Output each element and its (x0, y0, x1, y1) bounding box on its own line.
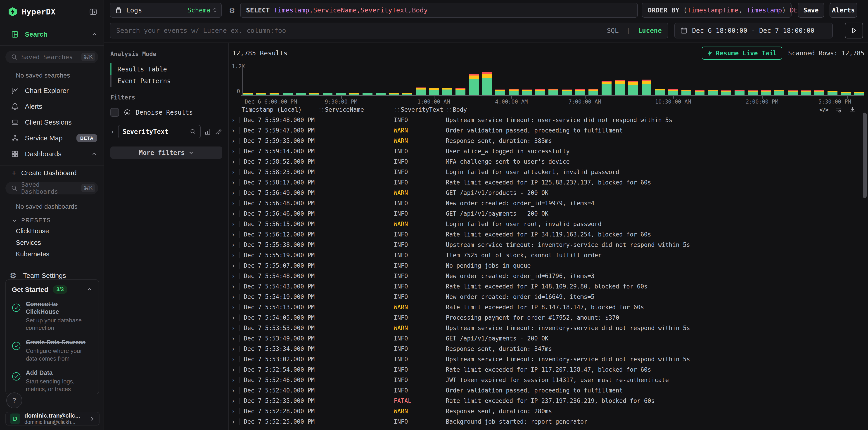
severity-filter-box[interactable]: SeverityText (118, 125, 200, 138)
expand-row-icon[interactable]: › (229, 283, 238, 290)
chevron-up-icon[interactable] (91, 31, 97, 37)
denoise-checkbox[interactable] (111, 108, 119, 117)
expand-row-icon[interactable]: › (229, 345, 238, 353)
expand-row-icon[interactable]: › (229, 356, 238, 363)
table-row[interactable]: ›Dec 7 5:55:19.000 PMINFOItem 7525 out o… (229, 250, 868, 260)
table-row[interactable]: ›Dec 7 5:53:49.000 PMINFOGET /api/v1/pay… (229, 333, 868, 344)
histogram-bar[interactable] (721, 91, 731, 95)
wrap-lines-icon[interactable] (835, 106, 842, 113)
mode-lucene-toggle[interactable]: Lucene (638, 27, 662, 34)
tab-results-table[interactable]: Results Table (111, 63, 222, 75)
expand-row-icon[interactable]: › (229, 241, 238, 249)
expand-row-icon[interactable]: › (229, 272, 238, 280)
table-row[interactable]: ›Dec 7 5:54:05.000 PMINFOProcessing paym… (229, 312, 868, 323)
expand-row-icon[interactable]: › (229, 252, 238, 259)
expand-row-icon[interactable]: › (229, 418, 238, 426)
expand-row-icon[interactable]: › (229, 314, 238, 322)
table-row[interactable]: ›Dec 7 5:53:02.000 PMINFOUpstream servic… (229, 354, 868, 364)
histogram-bar[interactable] (429, 88, 439, 95)
table-row[interactable]: ›Dec 7 5:59:35.000 PMWARNResponse sent, … (229, 136, 868, 146)
expand-row-icon[interactable]: › (229, 137, 238, 145)
column-header-body[interactable]: ⸬Body (447, 106, 868, 113)
table-row[interactable]: ›Dec 7 5:58:52.000 PMINFOMFA challenge s… (229, 157, 868, 167)
drag-handle-icon[interactable]: ⸬ (319, 106, 323, 113)
preset-services[interactable]: Services (0, 237, 103, 249)
preset-kubernetes[interactable]: Kubernetes (0, 249, 103, 260)
download-icon[interactable] (849, 106, 856, 113)
drag-handle-icon[interactable]: ⸬ (447, 106, 451, 113)
table-row[interactable]: ›Dec 7 5:59:14.000 PMINFOUser alice_w lo… (229, 146, 868, 157)
pin-icon[interactable] (215, 128, 222, 135)
histogram-bar[interactable] (549, 89, 558, 95)
sidebar-item-alerts[interactable]: Alerts (0, 99, 103, 114)
saved-searches-input[interactable]: Saved Searches ⌘K (5, 51, 98, 63)
expand-row-icon[interactable]: › (229, 408, 238, 415)
histogram-bar[interactable] (774, 90, 784, 95)
histogram-bar[interactable] (628, 81, 638, 95)
sidebar-item-chart-explorer[interactable]: Chart Explorer (0, 83, 103, 99)
order-by-editor[interactable]: ORDER BY ( TimestampTime , Timestamp ) D… (642, 3, 792, 18)
histogram-bar[interactable] (482, 72, 492, 95)
expand-row-icon[interactable]: › (229, 168, 238, 176)
sidebar-item-dashboards[interactable]: Dashboards (0, 146, 103, 162)
column-header-severitytext[interactable]: ⸬SeverityText (395, 106, 447, 113)
expand-row-icon[interactable]: › (229, 366, 238, 373)
mode-sql-toggle[interactable]: SQL (607, 27, 619, 34)
collapse-sidebar-icon[interactable] (89, 8, 97, 16)
expand-row-icon[interactable]: › (229, 200, 238, 207)
tab-event-patterns[interactable]: Event Patterns (111, 75, 222, 87)
saved-dashboards-input[interactable]: Saved Dashboards ⌘K (5, 182, 98, 194)
sidebar-item-search[interactable]: Search (0, 27, 103, 42)
histogram-bar[interactable] (495, 90, 505, 95)
bar-chart-icon[interactable] (204, 128, 212, 135)
table-row[interactable]: ›Dec 7 5:54:48.000 PMINFONew order creat… (229, 271, 868, 281)
source-select[interactable]: Logs Schema (110, 3, 222, 18)
expand-row-icon[interactable]: › (229, 158, 238, 165)
help-button[interactable]: ? (6, 393, 22, 408)
table-row[interactable]: ›Dec 7 5:56:49.000 PMWARNGET /api/v1/pro… (229, 188, 868, 198)
histogram-bar[interactable] (562, 90, 572, 95)
table-row[interactable]: ›Dec 7 5:52:25.000 PMINFOBackground job … (229, 417, 868, 427)
expand-row-icon[interactable]: › (229, 231, 238, 238)
expand-row-icon[interactable]: › (229, 262, 238, 269)
table-row[interactable]: ›Dec 7 5:53:53.000 PMWARNUpstream servic… (229, 323, 868, 333)
sql-select-editor[interactable]: SELECT Timestamp ,ServiceName,SeverityTe… (240, 3, 638, 18)
table-row[interactable]: ›Dec 7 5:56:46.000 PMINFOGET /api/v1/pay… (229, 208, 868, 219)
histogram-bar[interactable] (801, 91, 811, 95)
table-row[interactable]: ›Dec 7 5:52:35.000 PMFATALRate limit exc… (229, 396, 868, 406)
create-dashboard-button[interactable]: + Create Dashboard (0, 166, 103, 180)
alerts-button[interactable]: Alerts (830, 3, 857, 18)
user-menu[interactable]: D dominic.tran@clic... dominic.tran@clic… (5, 412, 99, 426)
histogram-bar[interactable] (615, 80, 625, 95)
histogram-bar[interactable] (601, 81, 612, 95)
histogram-bar[interactable] (788, 91, 798, 95)
table-row[interactable]: ›Dec 7 5:52:40.000 PMINFOOrder validatio… (229, 385, 868, 396)
event-histogram[interactable]: 1.2K 0 Dec 6 6:00:00 PM9:30:00 PM1:00:00… (232, 63, 866, 104)
histogram-bar[interactable] (735, 90, 745, 95)
run-query-button[interactable] (845, 23, 863, 38)
table-row[interactable]: ›Dec 7 5:54:43.000 PMINFORate limit exce… (229, 281, 868, 292)
table-row[interactable]: ›Dec 7 5:52:46.000 PMINFOJWT token expir… (229, 375, 868, 385)
histogram-bar[interactable] (508, 89, 519, 95)
table-row[interactable]: ›Dec 7 5:59:48.000 PMINFOUpstream servic… (229, 115, 868, 125)
table-row[interactable]: ›Dec 7 5:55:07.000 PMINFONo pending jobs… (229, 260, 868, 271)
histogram-bar[interactable] (828, 91, 837, 95)
histogram-bar[interactable] (575, 89, 585, 95)
get-started-step[interactable]: Connect to ClickHouse Set up your databa… (12, 300, 93, 332)
expand-row-icon[interactable]: › (229, 397, 238, 405)
table-row[interactable]: ›Dec 7 5:58:17.000 PMINFORate limit exce… (229, 177, 868, 188)
chevron-up-icon[interactable] (91, 151, 97, 157)
table-row[interactable]: ›Dec 7 5:53:34.000 PMINFOResponse sent, … (229, 344, 868, 354)
histogram-bar[interactable] (761, 90, 771, 95)
histogram-bar[interactable] (695, 90, 705, 95)
expand-row-icon[interactable]: › (229, 210, 238, 218)
expand-row-icon[interactable]: › (229, 335, 238, 342)
histogram-bar[interactable] (442, 88, 452, 95)
table-row[interactable]: ›Dec 7 5:56:12.000 PMINFORate limit exce… (229, 229, 868, 240)
histogram-bar[interactable] (854, 92, 864, 95)
histogram-bar[interactable] (681, 90, 691, 95)
source-settings-button[interactable]: ⚙ (225, 3, 239, 17)
expand-row-icon[interactable]: › (229, 147, 238, 155)
histogram-bar[interactable] (655, 89, 665, 95)
drag-handle-icon[interactable]: ⸬ (395, 106, 399, 113)
